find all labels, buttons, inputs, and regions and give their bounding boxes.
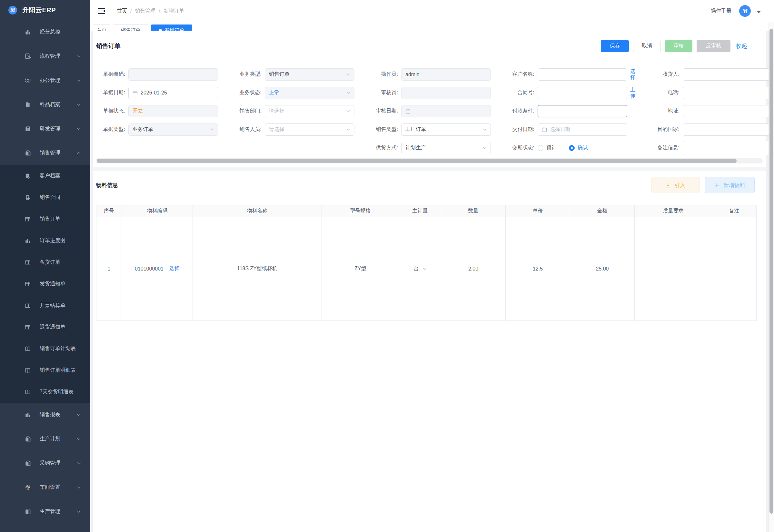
cell-material-name[interactable]: 118S ZY型纸杯机 — [193, 217, 322, 321]
user-avatar[interactable]: M — [739, 5, 751, 17]
cell-qty[interactable]: 2.00 — [441, 217, 506, 321]
payment-terms-field[interactable] — [538, 105, 627, 117]
sidebar-item-return-notice[interactable]: 退货通知单 — [0, 316, 90, 338]
radio-confirmed-label[interactable]: 确认 — [578, 144, 588, 151]
tab-sales-order[interactable]: 销售订单 — [113, 25, 148, 31]
bar-chart-icon — [24, 29, 31, 36]
cell-quality[interactable] — [635, 217, 712, 321]
sidebar-item-sales-order-detail[interactable]: 销售订单明细表 — [0, 360, 90, 381]
scrollbar-thumb[interactable] — [97, 159, 737, 163]
radio-checked-icon[interactable] — [569, 145, 575, 151]
breadcrumb-home[interactable]: 首页 — [117, 8, 127, 15]
tab-home[interactable]: 首页 — [93, 25, 110, 31]
sidebar-item-sales-order[interactable]: 销售订单 — [0, 208, 90, 230]
menu-fold-icon[interactable] — [97, 8, 105, 14]
audit-button[interactable]: 审核 — [665, 40, 692, 52]
address-field[interactable] — [683, 105, 772, 117]
sidebar-item-sales-reports[interactable]: 销售报表 — [0, 403, 90, 427]
sales-dept-select[interactable]: 请选择 — [265, 105, 354, 117]
form-col-4: 客户名称: 选择 合同号: 上传 付款条件: 交付日期: — [505, 65, 636, 157]
sidebar-item-purchase-mgmt[interactable]: 采购管理 — [0, 451, 90, 475]
radio-estimated-label[interactable]: 预计 — [546, 144, 557, 151]
doc-date-field[interactable]: 2026-01-25 — [128, 87, 218, 99]
sidebar-item-process-mgmt[interactable]: 流程管理 — [0, 44, 90, 68]
biz-status-label: 业务状态: — [233, 90, 265, 95]
customer-field[interactable] — [538, 68, 627, 81]
contract-upload-link[interactable]: 上传 — [630, 86, 636, 99]
table-grid-icon — [24, 302, 31, 309]
sidebar-item-production-mgmt[interactable]: 生产管理 — [0, 499, 90, 524]
cell-unit[interactable]: 台 — [399, 217, 441, 321]
material-section-title: 物料信息 — [96, 182, 118, 189]
supply-mode-select[interactable]: 计划生产 — [401, 142, 491, 154]
tab-new-order[interactable]: 新增订单 — [151, 25, 192, 31]
sidebar-item-office-mgmt[interactable]: 办公管理 — [0, 68, 90, 93]
sales-person-label: 销售人员: — [233, 126, 265, 132]
sidebar-item-stock-order[interactable]: 备货订单 — [0, 251, 90, 273]
gear-icon — [24, 484, 31, 491]
chevron-down-icon — [77, 128, 81, 130]
chevron-down-icon — [77, 55, 81, 57]
sidebar-item-processing-workshop[interactable]: 加工车间 — [0, 524, 90, 532]
import-button[interactable]: 引入 — [651, 177, 700, 193]
sidebar-item-shipping-notice[interactable]: 发货通知单 — [0, 273, 90, 295]
sidebar-item-sales-contract[interactable]: 销售合同 — [0, 187, 90, 208]
order-form: 单据编码: 单据日期: 2026-01-25 单据状态: 开立 单据类型: — [93, 61, 766, 157]
radio-unchecked-icon[interactable] — [538, 145, 543, 151]
phone-field[interactable] — [683, 87, 772, 99]
save-button[interactable]: 保存 — [601, 40, 629, 52]
form-horizontal-scrollbar[interactable] — [96, 158, 763, 163]
sidebar-item-sales-order-plan[interactable]: 销售订单计划表 — [0, 338, 90, 360]
remark-textarea[interactable] — [683, 141, 772, 155]
chevron-down-icon — [346, 128, 350, 131]
chevron-down-icon — [77, 462, 81, 464]
delivery-date-field[interactable]: 选择日期 — [538, 123, 627, 136]
breadcrumb-separator: / — [159, 8, 160, 14]
add-material-button[interactable]: 新增物料 — [705, 177, 755, 193]
sidebar-item-sales-mgmt[interactable]: 销售管理 — [0, 141, 90, 165]
col-material-code: 物料编码 — [122, 205, 193, 217]
page-vertical-scrollbar[interactable] — [769, 22, 774, 532]
country-field[interactable] — [683, 123, 772, 136]
customer-select-link[interactable]: 选择 — [630, 68, 636, 81]
remark-label: 备注信息: — [650, 145, 683, 151]
sales-person-select[interactable]: 请选择 — [265, 123, 354, 136]
cell-price[interactable]: 12.5 — [506, 217, 570, 321]
user-menu-caret-icon[interactable] — [757, 11, 761, 13]
chevron-down-icon — [346, 73, 350, 75]
breadcrumb-sales-mgmt[interactable]: 销售管理 — [135, 8, 155, 15]
doc-type-select: 业务订单 — [128, 123, 218, 136]
material-select-link[interactable]: 选择 — [169, 265, 180, 272]
biz-type-label: 业务类型: — [233, 71, 265, 77]
sidebar-item-workshop-settings[interactable]: 车间设置 — [0, 475, 90, 499]
sidebar-item-customer-archives[interactable]: 客户档案 — [0, 165, 90, 187]
sidebar-item-7day-delivery-detail[interactable]: 7天交货明细表 — [0, 381, 90, 403]
cell-spec[interactable]: ZY型 — [322, 217, 399, 321]
calendar-icon — [133, 90, 138, 95]
sidebar-item-production-plan[interactable]: 生产计划 — [0, 427, 90, 451]
sidebar-item-rd-mgmt[interactable]: 研发管理 — [0, 117, 90, 141]
table-header-row: 序号 物料编码 物料名称 型号规格 主计量 数量 单价 金额 质量要求 备注 — [96, 205, 757, 217]
office-icon — [24, 77, 31, 84]
header-actions: 操作手册 M — [711, 5, 761, 17]
contract-field[interactable] — [538, 87, 627, 99]
cancel-button[interactable]: 取消 — [633, 40, 661, 52]
sales-type-select[interactable]: 工厂订单 — [401, 123, 491, 136]
scrollbar-thumb[interactable] — [769, 29, 773, 514]
bar-chart-icon — [24, 411, 31, 419]
receiver-field[interactable] — [683, 68, 772, 81]
table-grid-icon — [24, 281, 31, 288]
cell-remark[interactable] — [712, 217, 757, 321]
open-book-icon — [24, 345, 31, 352]
unaudit-button[interactable]: 反审核 — [697, 40, 730, 52]
sidebar-item-invoice-settlement[interactable]: 开票结算单 — [0, 295, 90, 316]
sidebar-item-operations-dashboard[interactable]: 经营总控 — [0, 20, 90, 44]
table-grid-icon — [24, 259, 31, 266]
receiver-label: 收货人: — [650, 71, 683, 77]
sidebar-item-material-archives[interactable]: 料品档案 — [0, 93, 90, 117]
manual-link[interactable]: 操作手册 — [711, 8, 731, 15]
main-content: 首页 / 销售管理 / 新增订单 操作手册 M 首页 销售订单 新增订单 销售订… — [90, 0, 774, 532]
sales-dept-label: 销售部门: — [233, 108, 265, 114]
sidebar-item-order-progress-chart[interactable]: 订单进度图 — [0, 230, 90, 251]
collapse-link[interactable]: 收起 — [736, 42, 747, 50]
